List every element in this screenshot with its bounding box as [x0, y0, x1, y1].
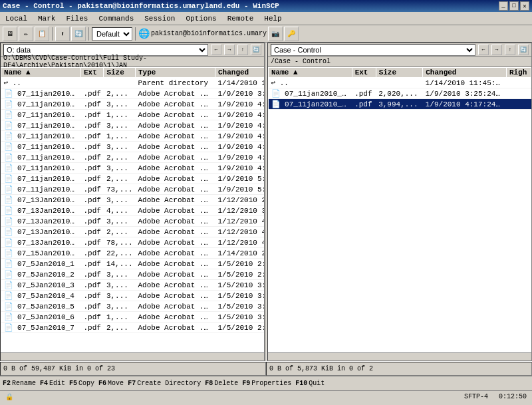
col-changed-left[interactable]: Changed — [215, 68, 264, 78]
fn-f5-button[interactable]: F5 Copy — [69, 380, 94, 387]
file-size: 3,... — [104, 163, 136, 174]
left-file-row[interactable]: 📄 07_5Jan2010_4 .pdf 3,... Adobe Acrobat… — [1, 291, 265, 301]
left-file-row[interactable]: 📄 07_11jan2010_17 .pdf 3,... Adobe Acrob… — [1, 163, 265, 174]
toolbar-btn-1[interactable]: 🖥 — [3, 27, 17, 41]
status-bar: 0 B of 59,487 KiB in 0 of 23 0 B of 5,87… — [0, 361, 532, 376]
close-button[interactable]: ✕ — [520, 1, 529, 11]
file-type: Adobe Acrobat ... — [136, 269, 215, 280]
maximize-button[interactable]: □ — [509, 1, 519, 11]
right-nav-fwd[interactable]: → — [491, 45, 502, 55]
right-nav-up[interactable]: ↑ — [505, 45, 515, 55]
toolbar-btn-4[interactable]: ⬆ — [55, 27, 70, 41]
fn-f6-button[interactable]: F6 Move — [98, 380, 124, 387]
file-size: 2,020,... — [376, 88, 423, 99]
right-file-row[interactable]: 📄 07_11jan2010_10 .pdf 2,020,... 1/9/201… — [269, 88, 531, 99]
col-type-left[interactable]: Type — [136, 68, 215, 78]
right-file-row[interactable]: ↩ .. 1/14/2010 11:45:06 AM — [269, 78, 531, 88]
file-name: 📄 07_13Jan2010_1 — [1, 195, 81, 205]
left-file-row[interactable]: ↩ .. Parent directory 1/14/2010 10:27:25 — [1, 78, 265, 88]
right-nav-back[interactable]: ← — [478, 45, 489, 55]
right-refresh[interactable]: 🔄 — [518, 45, 529, 55]
file-type: Adobe Acrobat ... — [136, 237, 215, 248]
left-file-row[interactable]: 📄 07_11jan2010_19 .pdf 73,... Adobe Acro… — [1, 184, 265, 195]
file-name: 📄 07_11jan2010_19 — [1, 184, 81, 195]
left-file-row[interactable]: 📄 07_11jan2010_12 .pdf 1,... Adobe Acrob… — [1, 110, 265, 120]
left-file-list[interactable]: Name ▲ Ext Size Type Changed ↩ .. Parent… — [1, 67, 264, 352]
col-changed-right[interactable]: Changed — [423, 68, 507, 78]
fn-f4-button[interactable]: F4 Edit — [40, 380, 65, 387]
left-file-row[interactable]: 📄 07_5Jan2010_1 .pdf 14,... Adobe Acroba… — [1, 259, 265, 269]
file-changed: 1/9/2010 5:16:56 A — [215, 174, 264, 184]
left-file-row[interactable]: 📄 07_13Jan2010_2 .pdf 4,... Adobe Acroba… — [1, 205, 265, 216]
left-nav-back[interactable]: ← — [211, 45, 221, 55]
file-ext: .pdf — [81, 205, 104, 216]
left-file-row[interactable]: 📄 07_11jan2010_10 .pdf 2,... Adobe Acrob… — [1, 88, 265, 99]
left-file-row[interactable]: 📄 07_15Jan2010_1 .pdf 22,... Adobe Acrob… — [1, 248, 265, 259]
left-file-row[interactable]: 📄 07_11jan2010_11 .pdf 3,... Adobe Acrob… — [1, 99, 265, 110]
menu-item-session[interactable]: Session — [142, 13, 178, 24]
left-nav-fwd[interactable]: → — [224, 45, 235, 55]
right-file-row[interactable]: 📄 07_11jan2010_11 .pdf 3,994,... 1/9/201… — [269, 99, 531, 110]
left-file-row[interactable]: 📄 07_11jan2010_14 .pdf 1,... Adobe Acrob… — [1, 131, 265, 142]
right-server-select[interactable]: Case - Control — [271, 44, 475, 56]
file-name: 📄 07_5Jan2010_5 — [1, 301, 81, 312]
col-size-right[interactable]: Size — [376, 68, 423, 78]
left-file-row[interactable]: 📄 07_5Jan2010_6 .pdf 1,... Adobe Acrobat… — [1, 312, 265, 323]
left-file-row[interactable]: 📄 07_11jan2010_13 .pdf 3,... Adobe Acrob… — [1, 120, 265, 131]
file-name: 📄 07_11jan2010_11 — [269, 99, 352, 110]
title-bar: Case - Control - pakistan@bioinformatics… — [0, 0, 532, 12]
left-file-row[interactable]: 📄 07_5Jan2010_3 .pdf 3,... Adobe Acrobat… — [1, 280, 265, 291]
left-nav-up[interactable]: ↑ — [237, 45, 248, 55]
left-scrollbar[interactable] — [1, 352, 264, 360]
file-ext: .pdf — [81, 184, 104, 195]
menu-item-help[interactable]: Help — [261, 13, 284, 24]
file-ext — [81, 78, 104, 88]
left-file-row[interactable]: 📄 07_5Jan2010_2 .pdf 3,... Adobe Acrobat… — [1, 269, 265, 280]
file-name: 📄 07_11jan2010_10 — [269, 88, 352, 99]
left-file-row[interactable]: 📄 07_11jan2010_15 .pdf 3,... Adobe Acrob… — [1, 142, 265, 152]
left-file-row[interactable]: 📄 07_5Jan2010_5 .pdf 3,... Adobe Acrobat… — [1, 301, 265, 312]
col-ext-left[interactable]: Ext — [81, 68, 104, 78]
col-name-right[interactable]: Name ▲ — [269, 68, 352, 78]
menu-item-commands[interactable]: Commands — [96, 13, 136, 24]
left-refresh[interactable]: 🔄 — [251, 45, 261, 55]
left-file-row[interactable]: 📄 07_13Jan2010_5 .pdf 78,... Adobe Acrob… — [1, 237, 265, 248]
toolbar-btn-2[interactable]: ✏ — [19, 27, 33, 41]
fn-f7-button[interactable]: F7 Create Directory — [128, 380, 201, 387]
menu-item-local[interactable]: Local — [3, 13, 30, 24]
left-file-row[interactable]: 📄 07_5Jan2010_7 .pdf 2,... Adobe Acrobat… — [1, 323, 265, 333]
file-name: 📄 07_13Jan2010_2 — [1, 205, 81, 216]
menu-item-files[interactable]: Files — [63, 13, 90, 24]
toolbar-btn-5[interactable]: 🔄 — [71, 27, 86, 41]
menu-item-mark[interactable]: Mark — [35, 13, 58, 24]
menu-item-remote[interactable]: Remote — [225, 13, 257, 24]
file-size: 3,... — [104, 120, 136, 131]
col-size-left[interactable]: Size — [104, 68, 136, 78]
right-scrollbar[interactable] — [268, 352, 531, 360]
right-path: /Case - Control — [268, 57, 531, 67]
left-file-row[interactable]: 📄 07_13Jan2010_3 .pdf 3,... Adobe Acroba… — [1, 216, 265, 227]
col-rights-right[interactable]: Righ — [506, 68, 531, 78]
toolbar-btn-6[interactable]: 📷 — [268, 27, 283, 41]
left-file-row[interactable]: 📄 07_11jan2010_16 .pdf 2,... Adobe Acrob… — [1, 152, 265, 163]
col-name-left[interactable]: Name ▲ — [1, 68, 81, 78]
fn-f9-button[interactable]: F9 Properties — [242, 380, 291, 387]
file-name: 📄 07_11jan2010_17 — [1, 163, 81, 174]
toolbar-btn-7[interactable]: 🔑 — [284, 27, 299, 41]
file-changed: 1/5/2010 2:04:00 A — [215, 259, 264, 269]
col-ext-right[interactable]: Ext — [352, 68, 376, 78]
toolbar-btn-3[interactable]: 📋 — [35, 27, 49, 41]
profile-select[interactable]: Default — [92, 27, 132, 41]
menu-item-options[interactable]: Options — [183, 13, 219, 24]
fn-f8-button[interactable]: F8 Delete — [205, 380, 238, 387]
right-file-list[interactable]: Name ▲ Ext Size Changed Righ ↩ .. 1/14/2… — [268, 67, 531, 352]
fn-f10-button[interactable]: F10 Quit — [295, 380, 325, 387]
file-rights — [506, 88, 531, 99]
session-time: 0:12:50 — [499, 393, 527, 400]
left-file-row[interactable]: 📄 07_13Jan2010_1 .pdf 3,... Adobe Acroba… — [1, 195, 265, 205]
file-changed: 1/5/2010 3:14:30 A — [215, 291, 264, 301]
minimize-button[interactable]: _ — [499, 1, 508, 11]
left-file-row[interactable]: 📄 07_11jan2010_18 .pdf 2,... Adobe Acrob… — [1, 174, 265, 184]
fn-f2-button[interactable]: F2 Rename — [3, 380, 36, 387]
left-file-row[interactable]: 📄 07_13Jan2010_4 .pdf 2,... Adobe Acroba… — [1, 227, 265, 237]
